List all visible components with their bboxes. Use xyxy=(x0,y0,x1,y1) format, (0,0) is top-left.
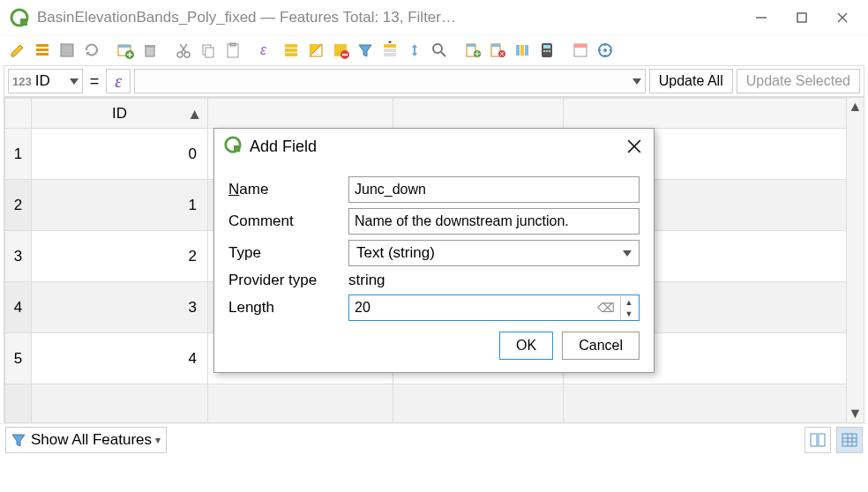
window-title: BasinElevationBands_Poly_fixed — Feature… xyxy=(37,9,741,26)
select-all-icon[interactable] xyxy=(281,40,302,61)
svg-rect-47 xyxy=(516,45,520,56)
spin-down-icon[interactable]: ▼ xyxy=(621,308,637,319)
column-header[interactable] xyxy=(564,99,864,129)
svg-rect-9 xyxy=(61,44,73,56)
copy-icon[interactable] xyxy=(198,40,219,61)
length-label: Length xyxy=(228,299,340,317)
svg-rect-43 xyxy=(491,44,500,47)
svg-rect-61 xyxy=(842,434,857,446)
filter-selection-icon[interactable] xyxy=(355,40,376,61)
conditional-formatting-icon[interactable] xyxy=(570,40,591,61)
length-input[interactable] xyxy=(355,300,592,316)
reload-icon[interactable] xyxy=(81,40,102,61)
toolbar: ε xyxy=(0,35,868,63)
svg-rect-54 xyxy=(549,50,550,52)
new-field-icon[interactable] xyxy=(462,40,483,61)
svg-rect-38 xyxy=(467,44,475,47)
pan-to-selected-icon[interactable] xyxy=(404,40,425,61)
close-button[interactable] xyxy=(822,4,863,32)
svg-rect-32 xyxy=(384,44,396,48)
organize-columns-icon[interactable] xyxy=(512,40,533,61)
move-selection-to-top-icon[interactable] xyxy=(379,40,400,61)
cut-icon[interactable] xyxy=(173,40,194,61)
svg-line-36 xyxy=(441,52,445,56)
status-bar: Show All Features ▾ xyxy=(0,423,868,455)
scroll-down-icon[interactable]: ▼ xyxy=(847,405,864,422)
provider-type-label: Provider type xyxy=(228,272,340,289)
delete-field-icon[interactable] xyxy=(487,40,508,61)
add-feature-icon[interactable] xyxy=(115,40,136,61)
column-header[interactable] xyxy=(208,99,393,129)
svg-rect-49 xyxy=(525,45,528,56)
table-view-button[interactable] xyxy=(836,427,863,453)
svg-rect-11 xyxy=(118,45,131,48)
type-label: Type xyxy=(228,244,340,262)
corner-header[interactable] xyxy=(5,99,32,129)
chevron-down-icon xyxy=(70,78,79,85)
name-input[interactable] xyxy=(348,176,640,203)
ok-button[interactable]: OK xyxy=(499,332,553,360)
maximize-button[interactable] xyxy=(782,4,822,32)
scroll-up-icon[interactable]: ▲ xyxy=(847,98,864,116)
svg-rect-56 xyxy=(574,44,587,48)
svg-rect-1 xyxy=(20,19,27,26)
svg-rect-51 xyxy=(543,45,550,48)
sort-ascending-icon: ▲ xyxy=(187,106,202,123)
form-view-button[interactable] xyxy=(804,427,831,453)
svg-text:ε: ε xyxy=(260,42,267,57)
expression-select-icon[interactable]: ε xyxy=(256,40,277,61)
delete-feature-icon[interactable] xyxy=(139,40,161,61)
qgis-icon xyxy=(223,135,243,159)
multiedit-icon[interactable] xyxy=(32,40,53,61)
column-header[interactable] xyxy=(393,99,564,129)
svg-rect-6 xyxy=(36,44,49,47)
comment-label: Comment xyxy=(228,212,340,230)
svg-rect-67 xyxy=(234,145,240,151)
comment-input[interactable] xyxy=(348,208,640,235)
svg-rect-48 xyxy=(520,45,524,56)
chevron-down-icon xyxy=(623,250,632,257)
update-selected-button[interactable]: Update Selected xyxy=(737,69,860,93)
deselect-all-icon[interactable] xyxy=(330,40,351,61)
funnel-icon xyxy=(10,431,27,449)
minimize-button[interactable] xyxy=(741,4,782,32)
save-edits-icon[interactable] xyxy=(56,40,78,61)
chevron-down-icon xyxy=(632,78,641,85)
svg-rect-24 xyxy=(230,43,236,46)
svg-rect-8 xyxy=(36,53,49,56)
show-all-features-button[interactable]: Show All Features ▾ xyxy=(5,427,167,453)
svg-rect-26 xyxy=(285,44,297,48)
provider-type-value: string xyxy=(348,272,385,289)
svg-point-35 xyxy=(433,44,442,53)
paste-icon[interactable] xyxy=(222,40,243,61)
dialog-title: Add Field xyxy=(250,138,624,156)
svg-rect-28 xyxy=(285,53,297,56)
svg-rect-60 xyxy=(819,434,825,446)
actions-icon[interactable] xyxy=(595,40,616,61)
length-spinbox[interactable]: ⌫ ▲ ▼ xyxy=(348,294,640,321)
svg-point-17 xyxy=(177,52,183,57)
vertical-scrollbar[interactable]: ▲ ▼ xyxy=(846,98,864,422)
svg-rect-59 xyxy=(811,434,817,446)
svg-rect-22 xyxy=(206,48,213,57)
spin-up-icon[interactable]: ▲ xyxy=(621,296,637,308)
field-calc-bar: 123 ID = ε Update All Update Selected xyxy=(4,65,864,97)
type-select[interactable]: Text (string) xyxy=(348,240,640,266)
dialog-close-button[interactable] xyxy=(624,136,645,157)
invert-selection-icon[interactable] xyxy=(305,40,326,61)
update-all-button[interactable]: Update All xyxy=(649,69,733,93)
table-row[interactable] xyxy=(5,384,864,424)
clear-icon[interactable]: ⌫ xyxy=(592,301,620,315)
edit-pencil-icon[interactable] xyxy=(7,40,28,61)
equals-label: = xyxy=(86,72,103,91)
qgis-icon xyxy=(9,7,30,28)
expression-button[interactable]: ε xyxy=(106,69,131,93)
svg-rect-3 xyxy=(797,13,806,22)
expression-input[interactable] xyxy=(134,69,646,93)
column-header-id[interactable]: ID▲ xyxy=(32,99,208,129)
cancel-button[interactable]: Cancel xyxy=(562,332,640,360)
field-select[interactable]: 123 ID xyxy=(8,69,83,93)
svg-rect-16 xyxy=(145,45,155,48)
zoom-to-selected-icon[interactable] xyxy=(429,40,450,61)
field-calculator-icon[interactable] xyxy=(536,40,557,61)
